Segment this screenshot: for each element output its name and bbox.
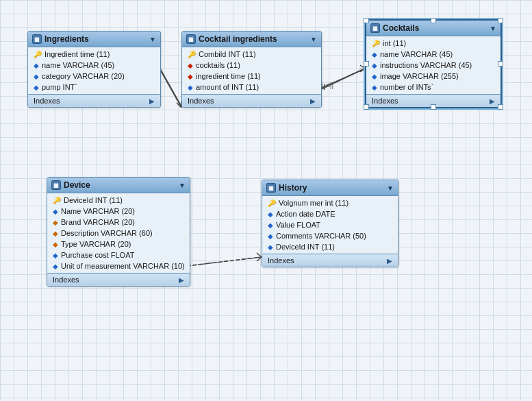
table-icon: ▦: [266, 183, 276, 193]
field-text: pump INT`: [42, 83, 77, 91]
diamond-icon: ◆: [188, 73, 193, 80]
diamond-icon: ◆: [372, 62, 377, 69]
field-text: Brand VARCHAR (20): [61, 218, 135, 226]
field-row: ◆ image VARCHAR (255): [366, 71, 501, 82]
field-text: category VARCHAR (20): [42, 72, 125, 80]
ingredients-footer[interactable]: Indexes ▶: [28, 94, 160, 107]
history-title: History: [279, 183, 307, 193]
footer-arrow: ▶: [149, 97, 155, 105]
field-row: ◆ Description VARCHAR (60): [47, 228, 190, 239]
cocktails-title: Cocktails: [383, 23, 419, 33]
history-table: ▦ History ▼ 🔑 Volgnum mer int (11) ◆ Act…: [262, 180, 398, 267]
field-text: ingredient time (11): [196, 72, 261, 80]
field-text: name VARCHAR (45): [380, 50, 453, 58]
diamond-icon: ◆: [53, 252, 58, 259]
resize-tr[interactable]: [498, 18, 503, 23]
field-row: ◆ cocktails (11): [182, 60, 321, 71]
svg-line-15: [360, 69, 365, 72]
field-row: ◆ name VARCHAR (45): [28, 60, 160, 71]
device-table: ▦ Device ▼ 🔑 DeviceId INT (11) ◆ Name VA…: [47, 177, 190, 287]
key-icon: 🔑: [372, 40, 380, 47]
field-text: name VARCHAR (45): [42, 61, 114, 69]
field-row: ◆ pump INT`: [28, 82, 160, 93]
device-fields: 🔑 DeviceId INT (11) ◆ Name VARCHAR (20) …: [47, 193, 190, 273]
table-icon: ▦: [186, 34, 196, 44]
device-dropdown[interactable]: ▼: [179, 182, 186, 189]
diamond-icon: ◆: [53, 219, 58, 226]
svg-line-2: [322, 69, 365, 89]
field-row: ◆ Unit of measurement VARCHAR (10): [47, 260, 190, 271]
resize-tl[interactable]: [364, 18, 369, 23]
field-text: Description VARCHAR (60): [61, 229, 153, 237]
resize-mr[interactable]: [498, 61, 503, 66]
footer-label: Indexes: [34, 97, 60, 105]
svg-line-11: [177, 103, 181, 108]
diamond-icon: ◆: [268, 210, 273, 218]
resize-bl[interactable]: [364, 104, 369, 110]
ingredients-dropdown[interactable]: ▼: [149, 36, 156, 43]
field-row: ◆ Action date DATE: [262, 208, 398, 219]
diamond-icon: ◆: [34, 73, 39, 80]
field-text: int (11): [383, 39, 406, 47]
field-text: number of INTs`: [380, 83, 433, 91]
cocktails-dropdown[interactable]: ▼: [490, 25, 496, 32]
field-text: image VARCHAR (255): [380, 72, 459, 80]
footer-arrow: ▶: [310, 97, 316, 105]
ingredients-table: ▦ Ingredients ▼ 🔑 Ingredient time (11) ◆…: [27, 31, 161, 108]
diamond-icon: ◆: [53, 230, 58, 237]
diamond-icon: ◆: [53, 241, 58, 248]
footer-arrow: ▶: [179, 276, 184, 284]
key-icon: 🔑: [34, 51, 42, 58]
cocktail-ingredients-dropdown[interactable]: ▼: [310, 36, 317, 43]
resize-ml[interactable]: [364, 61, 369, 66]
cocktail-ingredients-footer[interactable]: Indexes ▶: [182, 94, 321, 107]
history-dropdown[interactable]: ▼: [387, 184, 394, 192]
footer-label: Indexes: [188, 97, 214, 105]
history-footer[interactable]: Indexes ▶: [262, 254, 398, 267]
resize-bc[interactable]: [431, 104, 436, 110]
field-text: Type VARCHAR (20): [61, 240, 131, 248]
resize-br[interactable]: [498, 104, 503, 110]
field-text: Value FLOAT: [276, 221, 320, 229]
svg-line-0: [160, 69, 181, 106]
field-row: ◆ Value FLOAT: [262, 219, 398, 230]
history-fields: 🔑 Volgnum mer int (11) ◆ Action date DAT…: [262, 196, 398, 254]
cocktail-ingredients-fields: 🔑 Combild INT (11) ◆ cocktails (11) ◆ in…: [182, 47, 321, 94]
device-header[interactable]: ▦ Device ▼: [47, 178, 190, 193]
diamond-icon: ◆: [34, 84, 39, 91]
svg-line-7: [160, 70, 181, 108]
field-row: 🔑 DeviceId INT (11): [47, 195, 190, 206]
field-text: Purchase cost FLOAT: [61, 251, 134, 259]
diamond-icon: ◆: [53, 263, 58, 270]
svg-line-20: [257, 253, 262, 257]
field-row: ◆ Purchase cost FLOAT: [47, 250, 190, 260]
footer-label: Indexes: [372, 97, 398, 105]
resize-tc[interactable]: [431, 18, 436, 23]
device-footer[interactable]: Indexes ▶: [47, 273, 190, 286]
field-text: amount of INT (11): [196, 83, 259, 91]
ingredients-header[interactable]: ▦ Ingredients ▼: [28, 32, 160, 47]
field-row: 🔑 Combild INT (11): [182, 49, 321, 60]
history-header[interactable]: ▦ History ▼: [262, 180, 398, 196]
diamond-icon: ◆: [372, 51, 377, 58]
table-icon: ▦: [51, 180, 61, 190]
key-icon: 🔑: [53, 197, 61, 204]
diamond-icon: ◆: [372, 84, 377, 91]
svg-text:<||: <||: [326, 82, 333, 89]
field-row: ◆ category VARCHAR (20): [28, 71, 160, 82]
field-text: instructions VARCHAR (45): [380, 61, 472, 69]
field-row: ◆ DeviceId INT (11): [262, 241, 398, 252]
cocktail-ingredients-header[interactable]: ▦ Cocktail ingredients ▼: [182, 32, 321, 47]
field-text: cocktails (11): [196, 61, 240, 69]
footer-arrow: ▶: [490, 97, 495, 105]
ingredients-title: Ingredients: [45, 34, 89, 44]
diamond-icon: ◆: [372, 73, 377, 80]
field-text: DeviceId INT (11): [276, 243, 335, 251]
field-row: 🔑 Volgnum mer int (11): [262, 197, 398, 208]
table-icon: ▦: [32, 34, 42, 44]
cocktail-ingredients-table: ▦ Cocktail ingredients ▼ 🔑 Combild INT (…: [181, 31, 322, 108]
field-text: Volgnum mer int (11): [279, 199, 349, 207]
field-row: ◆ Brand VARCHAR (20): [47, 217, 190, 228]
field-row: 🔑 Ingredient time (11): [28, 49, 160, 60]
field-row: ◆ Type VARCHAR (20): [47, 239, 190, 250]
